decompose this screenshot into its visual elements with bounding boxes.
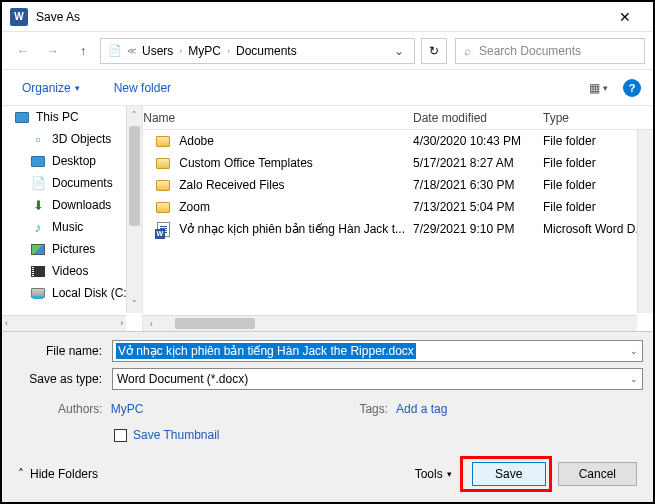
- nav-bar: ← → ↑ 📄 ≪ Users › MyPC › Documents ⌄ ↻ ⌕…: [2, 32, 653, 70]
- dropdown-icon: ▾: [75, 83, 80, 93]
- chevron-up-icon: ˄: [18, 467, 24, 481]
- hscroll-thumb[interactable]: [175, 318, 255, 329]
- col-date-header[interactable]: Date modified: [413, 107, 543, 129]
- cancel-button[interactable]: Cancel: [558, 462, 637, 486]
- filename-field[interactable]: Vở nhạc kịch phiên bản tiếng Hàn Jack th…: [112, 340, 643, 362]
- chevron-icon: ≪: [127, 46, 136, 56]
- titlebar: W Save As ✕: [2, 2, 653, 32]
- downloads-icon: ⬇: [30, 197, 46, 213]
- folder-path-icon: 📄: [105, 44, 125, 57]
- up-icon[interactable]: ↑: [70, 38, 96, 64]
- back-icon[interactable]: ←: [10, 38, 36, 64]
- dropdown-icon: ▾: [447, 469, 452, 479]
- save-thumbnail-label[interactable]: Save Thumbnail: [133, 428, 220, 442]
- content-scrollbar[interactable]: [637, 130, 653, 313]
- documents-icon: 📄: [30, 175, 46, 191]
- sidebar-downloads[interactable]: ⬇Downloads: [2, 194, 142, 216]
- file-list: Name Date modified Type Adobe4/30/2020 1…: [143, 106, 653, 331]
- chevron-right-icon: ›: [227, 46, 230, 56]
- music-icon: ♪: [30, 219, 46, 235]
- file-row[interactable]: Custom Office Templates5/17/2021 8:27 AM…: [143, 152, 653, 174]
- sidebar-desktop[interactable]: Desktop: [2, 150, 142, 172]
- view-options-button[interactable]: ▦▾: [584, 79, 613, 97]
- close-icon[interactable]: ✕: [605, 2, 645, 32]
- sidebar-hscrollbar[interactable]: ‹ ›: [2, 315, 126, 331]
- folder-icon: [156, 202, 170, 213]
- desktop-icon: [31, 156, 45, 167]
- chevron-right-icon: ›: [179, 46, 182, 56]
- organize-button[interactable]: Organize▾: [14, 77, 88, 99]
- folder-icon: [156, 158, 170, 169]
- column-headers: Name Date modified Type: [143, 106, 653, 130]
- word-app-icon: W: [10, 8, 28, 26]
- savetype-value: Word Document (*.docx): [113, 372, 248, 386]
- folder-icon: [156, 180, 170, 191]
- breadcrumb-dropdown-icon[interactable]: ⌄: [388, 44, 410, 58]
- sidebar-local-disk[interactable]: Local Disk (C:): [2, 282, 142, 304]
- sidebar-music[interactable]: ♪Music: [2, 216, 142, 238]
- search-placeholder: Search Documents: [479, 44, 581, 58]
- col-name-header[interactable]: Name: [143, 107, 413, 129]
- main-area: This PC ▫3D Objects Desktop 📄Documents ⬇…: [2, 106, 653, 331]
- search-input[interactable]: ⌕ Search Documents: [455, 38, 645, 64]
- breadcrumb[interactable]: 📄 ≪ Users › MyPC › Documents ⌄: [100, 38, 415, 64]
- savetype-label: Save as type:: [12, 372, 112, 386]
- filename-dropdown-icon[interactable]: ⌄: [624, 346, 642, 356]
- authors-label: Authors:: [58, 402, 103, 416]
- sidebar-3d-objects[interactable]: ▫3D Objects: [2, 128, 142, 150]
- help-icon[interactable]: ?: [623, 79, 641, 97]
- file-date: 4/30/2020 10:43 PM: [413, 134, 543, 148]
- new-folder-button[interactable]: New folder: [106, 77, 179, 99]
- sidebar-pictures[interactable]: Pictures: [2, 238, 142, 260]
- bottom-panel: File name: Vở nhạc kịch phiên bản tiếng …: [2, 331, 653, 504]
- col-type-header[interactable]: Type: [543, 107, 653, 129]
- savetype-field[interactable]: Word Document (*.docx) ⌄: [112, 368, 643, 390]
- folder-icon: [156, 136, 170, 147]
- file-date: 7/13/2021 5:04 PM: [413, 200, 543, 214]
- drive-icon: [31, 288, 45, 298]
- filename-value[interactable]: Vở nhạc kịch phiên bản tiếng Hàn Jack th…: [116, 343, 416, 359]
- videos-icon: [31, 266, 45, 277]
- file-row[interactable]: Zoom7/13/2021 5:04 PMFile folder: [143, 196, 653, 218]
- scroll-right-icon[interactable]: ›: [120, 318, 123, 328]
- sidebar-this-pc[interactable]: This PC: [2, 106, 142, 128]
- hide-folders-button[interactable]: ˄ Hide Folders: [18, 467, 98, 481]
- tags-value[interactable]: Add a tag: [396, 402, 447, 416]
- breadcrumb-seg-mypc[interactable]: MyPC: [184, 42, 225, 60]
- sidebar: This PC ▫3D Objects Desktop 📄Documents ⬇…: [2, 106, 143, 331]
- save-highlight: Save: [460, 456, 552, 492]
- file-name: Zoom: [179, 200, 413, 214]
- breadcrumb-seg-users[interactable]: Users: [138, 42, 177, 60]
- scroll-down-icon[interactable]: ˅: [127, 295, 142, 313]
- save-button[interactable]: Save: [472, 462, 546, 486]
- tags-label: Tags:: [359, 402, 388, 416]
- search-icon: ⌕: [464, 44, 471, 58]
- sidebar-documents[interactable]: 📄Documents: [2, 172, 142, 194]
- file-row[interactable]: Adobe4/30/2020 10:43 PMFile folder: [143, 130, 653, 152]
- pictures-icon: [31, 244, 45, 255]
- window-title: Save As: [36, 10, 605, 24]
- file-row[interactable]: Zalo Received Files7/18/2021 6:30 PMFile…: [143, 174, 653, 196]
- 3d-objects-icon: ▫: [30, 131, 46, 147]
- file-name: Vở nhạc kịch phiên bản tiếng Hàn Jack t.…: [179, 222, 413, 236]
- sidebar-scrollbar[interactable]: ˄ ˅: [126, 106, 142, 313]
- word-doc-icon: [157, 222, 170, 237]
- content-hscrollbar[interactable]: ‹: [143, 315, 637, 331]
- savetype-dropdown-icon[interactable]: ⌄: [624, 374, 642, 384]
- save-thumbnail-checkbox[interactable]: [114, 429, 127, 442]
- authors-value[interactable]: MyPC: [111, 402, 144, 416]
- sidebar-videos[interactable]: Videos: [2, 260, 142, 282]
- file-name: Adobe: [179, 134, 413, 148]
- tools-button[interactable]: Tools▾: [415, 467, 452, 481]
- scroll-up-icon[interactable]: ˄: [127, 106, 142, 124]
- file-date: 7/29/2021 9:10 PM: [413, 222, 543, 236]
- forward-icon: →: [40, 38, 66, 64]
- file-date: 5/17/2021 8:27 AM: [413, 156, 543, 170]
- breadcrumb-seg-documents[interactable]: Documents: [232, 42, 301, 60]
- file-date: 7/18/2021 6:30 PM: [413, 178, 543, 192]
- refresh-icon[interactable]: ↻: [421, 38, 447, 64]
- filename-label: File name:: [12, 344, 112, 358]
- scroll-left-icon[interactable]: ‹: [143, 316, 159, 331]
- file-row[interactable]: Vở nhạc kịch phiên bản tiếng Hàn Jack t.…: [143, 218, 653, 240]
- scroll-left-icon[interactable]: ‹: [5, 318, 8, 328]
